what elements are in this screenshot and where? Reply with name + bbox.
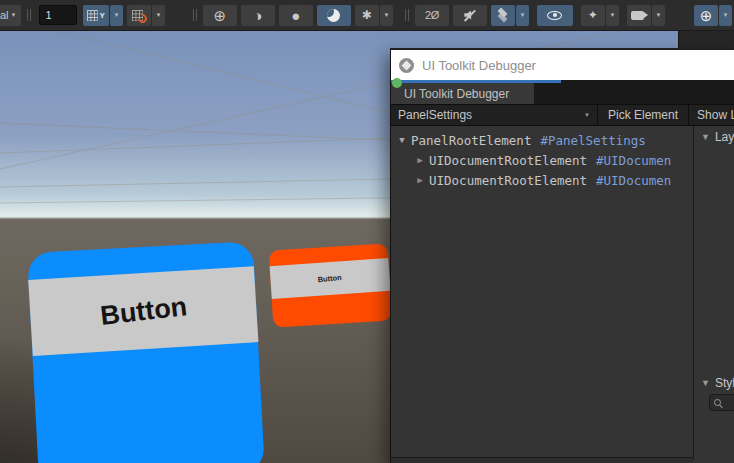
horizontal-scrollbar[interactable] (391, 457, 693, 463)
pivot-orientation-dropdown[interactable]: al ▼ (0, 5, 21, 26)
foldout-closed-icon[interactable]: ▶ (414, 175, 426, 185)
half-sphere-icon: ◑ (253, 8, 262, 23)
solid-sphere-icon: ● (291, 8, 300, 23)
scene-lighting-toggle[interactable] (317, 5, 351, 26)
pick-element-button[interactable]: Pick Element (598, 105, 688, 125)
tab-ui-toolkit-debugger[interactable]: UI Toolkit Debugger (391, 83, 534, 104)
grid-axis-label: Y (100, 11, 105, 20)
foldout-closed-icon[interactable]: ▶ (414, 155, 426, 165)
eye-icon (547, 11, 562, 20)
button-label: Button (98, 291, 188, 332)
element-name: PanelRootElement (411, 133, 531, 148)
show-layout-label: Show Lay (697, 108, 734, 122)
element-id: #UIDocumen (596, 173, 671, 188)
grid-snap-button[interactable] (127, 5, 151, 26)
draw-mode-wireframe-button[interactable]: ⊕ (203, 5, 237, 26)
sparkle-layers-icon: ✦ (588, 9, 598, 21)
grid-icon (87, 10, 98, 21)
element-id: #UIDocumen (596, 153, 671, 168)
toolbar-drag-handle[interactable] (405, 9, 409, 21)
camera-button[interactable] (627, 5, 651, 26)
styles-foldout-label: Styl (715, 376, 734, 390)
chevron-down-icon: ▼ (155, 12, 161, 18)
layers-button[interactable]: ✦ (581, 5, 605, 26)
chevron-down-icon: ▼ (11, 12, 17, 18)
worldspace-ui-panel-blue: Button (27, 241, 265, 463)
gizmos-dropdown[interactable]: ▼ (719, 5, 732, 26)
debugger-toolbar: PanelSettings ▼ Pick Element Show Lay (391, 104, 734, 126)
unity-editor: al ▼ Y ▼ ▼ ⊕ ◑ ● (0, 0, 734, 463)
panel-select-value: PanelSettings (398, 108, 472, 122)
search-icon (714, 399, 721, 406)
chevron-down-icon: ▼ (584, 112, 590, 118)
snap-magnet-icon (132, 9, 145, 22)
chevron-down-icon: ▼ (655, 12, 661, 18)
tree-row-panel-root[interactable]: ▼ PanelRootElement #PanelSettings (391, 130, 693, 150)
tab-bar: UI Toolkit Debugger (391, 83, 734, 104)
layers-dropdown[interactable]: ▼ (606, 5, 619, 26)
tab-label: UI Toolkit Debugger (404, 87, 509, 101)
effects-toggle[interactable] (491, 5, 515, 26)
styles-foldout[interactable]: ▼ Styl (694, 376, 734, 390)
show-layout-button[interactable]: Show Lay (689, 105, 734, 125)
tree-row-uidocument-1[interactable]: ▶ UIDocumentRootElement #UIDocumen (391, 150, 693, 170)
worldspace-button-orange[interactable]: Button (270, 258, 391, 299)
tree-row-uidocument-2[interactable]: ▶ UIDocumentRootElement #UIDocumen (391, 170, 693, 190)
crescent-moon-icon (327, 9, 340, 22)
button-label: Button (318, 273, 343, 284)
gizmo-sphere-icon: ⊕ (700, 8, 713, 23)
draw-mode-shaded-wire-button[interactable]: ◑ (241, 5, 275, 26)
foldout-open-icon: ▼ (701, 132, 710, 142)
toolbar-drag-handle[interactable] (193, 9, 197, 21)
camera-icon (631, 11, 644, 20)
element-name: UIDocumentRootElement (429, 173, 587, 188)
effects-dropdown[interactable]: ▼ (516, 5, 529, 26)
debug-draw-dropdown[interactable]: ▼ (380, 5, 393, 26)
debug-draw-button[interactable]: ✱ (355, 5, 379, 26)
inspector-pane: ▼ Layo ▼ Styl (694, 126, 734, 460)
unsaved-changes-dot (392, 78, 402, 88)
audio-mute-toggle[interactable] (453, 5, 487, 26)
styles-search-input[interactable] (709, 394, 734, 411)
effects-stack-icon (496, 8, 509, 22)
debugger-body: ▼ PanelRootElement #PanelSettings ▶ UIDo… (391, 126, 734, 460)
grid-size-input[interactable] (39, 5, 77, 25)
scene-view-toolbar: al ▼ Y ▼ ▼ ⊕ ◑ ● (0, 0, 734, 31)
ui-toolkit-debugger-window: UI Toolkit Debugger UI Toolkit Debugger … (390, 48, 734, 463)
grid-axis-button[interactable]: Y (83, 5, 109, 26)
pick-element-label: Pick Element (608, 108, 678, 122)
element-name: UIDocumentRootElement (429, 153, 587, 168)
wireframe-sphere-icon: ⊕ (214, 8, 227, 23)
chevron-down-icon: ▼ (723, 12, 729, 18)
panel-select-dropdown[interactable]: PanelSettings ▼ (391, 105, 597, 125)
layout-foldout[interactable]: ▼ Layo (694, 130, 734, 144)
gizmos-button[interactable]: ⊕ (694, 5, 718, 26)
scene-visibility-toggle[interactable] (537, 5, 573, 26)
2d-slashed-icon: 2Ø (425, 9, 439, 21)
window-title-bar[interactable]: UI Toolkit Debugger (391, 50, 734, 80)
chevron-down-icon: ▼ (383, 12, 389, 18)
chevron-down-icon: ▼ (113, 12, 119, 18)
worldspace-ui-panel-orange: Button (269, 243, 392, 327)
2d-view-toggle[interactable]: 2Ø (415, 5, 449, 26)
draw-mode-shaded-button[interactable]: ● (279, 5, 313, 26)
window-title: UI Toolkit Debugger (422, 58, 536, 73)
layout-foldout-label: Layo (715, 130, 734, 144)
element-id: #PanelSettings (540, 133, 645, 148)
foldout-open-icon: ▼ (701, 378, 710, 388)
toolbar-drag-handle[interactable] (27, 9, 31, 21)
element-hierarchy-tree: ▼ PanelRootElement #PanelSettings ▶ UIDo… (391, 126, 693, 460)
muted-speaker-icon (463, 9, 476, 22)
camera-dropdown[interactable]: ▼ (652, 5, 665, 26)
ui-toolkit-package-icon (399, 58, 414, 73)
chevron-down-icon: ▼ (609, 12, 615, 18)
fx-star-icon: ✱ (362, 9, 372, 21)
chevron-down-icon: ▼ (519, 12, 525, 18)
grid-axis-dropdown[interactable]: ▼ (110, 5, 123, 26)
pivot-orientation-label: al (0, 9, 9, 21)
foldout-open-icon[interactable]: ▼ (396, 135, 408, 145)
grid-snap-dropdown[interactable]: ▼ (152, 5, 165, 26)
worldspace-button-blue[interactable]: Button (28, 266, 258, 356)
